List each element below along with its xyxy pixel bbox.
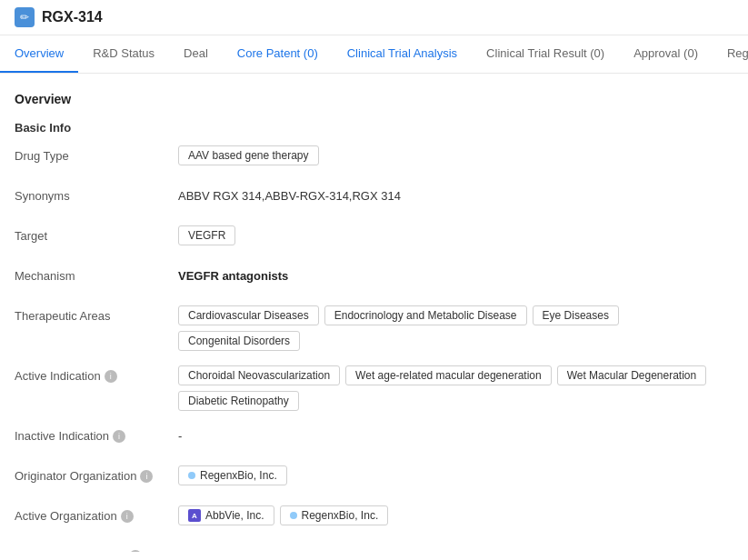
tab-overview[interactable]: Overview	[0, 35, 78, 73]
field-originator-org: Originator Organization i RegenxBio, Inc…	[15, 465, 733, 491]
field-target: Target VEGFR	[15, 225, 733, 251]
value-originator-org: RegenxBio, Inc.	[178, 465, 733, 485]
org-dot-regenxbio-active	[290, 512, 297, 519]
info-inactive-indication[interactable]: i	[113, 430, 125, 443]
tab-clinical-trial-analysis[interactable]: Clinical Trial Analysis	[333, 35, 472, 73]
org-dot-regenxbio	[188, 472, 195, 479]
abbvie-logo: A	[188, 509, 201, 522]
value-inactive-org: -	[178, 545, 733, 552]
inactive-org-dash: -	[178, 545, 182, 552]
label-mechanism: Mechanism	[15, 265, 178, 283]
tag-cardiovascular: Cardiovascular Diseases	[178, 305, 319, 325]
drug-type-tag: AAV based gene therapy	[178, 145, 319, 165]
tab-approval[interactable]: Approval (0)	[619, 35, 713, 73]
page-title: RGX-314	[42, 9, 103, 25]
field-mechanism: Mechanism VEGFR antagonists	[15, 265, 733, 291]
tab-rd-status[interactable]: R&D Status	[78, 35, 169, 73]
target-tag: VEGFR	[178, 225, 235, 245]
drug-icon: ✏	[15, 7, 35, 27]
inactive-indication-dash: -	[178, 425, 182, 443]
mechanism-text: VEGFR antagonists	[178, 265, 288, 283]
label-originator-org: Originator Organization i	[15, 465, 178, 483]
tab-clinical-trial-result[interactable]: Clinical Trial Result (0)	[472, 35, 619, 73]
tag-congenital: Congenital Disorders	[178, 331, 300, 351]
info-active-indication[interactable]: i	[105, 370, 117, 383]
org-abbvie[interactable]: A AbbVie, Inc.	[178, 505, 274, 525]
label-active-indication: Active Indication i	[15, 365, 178, 383]
tag-diabetic-retinopathy: Diabetic Retinopathy	[178, 391, 299, 411]
tab-core-patent[interactable]: Core Patent (0)	[223, 35, 333, 73]
tab-deal[interactable]: Deal	[169, 35, 223, 73]
tab-bar: Overview R&D Status Deal Core Patent (0)…	[0, 35, 748, 74]
label-inactive-indication: Inactive Indication i	[15, 425, 178, 443]
label-synonyms: Synonyms	[15, 185, 178, 203]
label-therapeutic-areas: Therapeutic Areas	[15, 305, 178, 323]
org-regenxbio-active[interactable]: RegenxBio, Inc.	[280, 505, 389, 525]
tag-choroidal: Choroidal Neovascularization	[178, 365, 340, 385]
field-drug-type: Drug Type AAV based gene therapy	[15, 145, 733, 171]
field-active-org: Active Organization i A AbbVie, Inc. Reg…	[15, 505, 733, 531]
field-inactive-org: Inactive Organization i -	[15, 545, 733, 552]
tag-wet-macular: Wet Macular Degeneration	[557, 365, 707, 385]
info-inactive-org[interactable]: i	[129, 550, 142, 553]
value-active-indication: Choroidal Neovascularization Wet age-rel…	[178, 365, 733, 411]
section-title: Overview	[15, 92, 733, 106]
field-inactive-indication: Inactive Indication i -	[15, 425, 733, 451]
subsection-title: Basic Info	[15, 121, 733, 135]
value-inactive-indication: -	[178, 425, 733, 443]
label-drug-type: Drug Type	[15, 145, 178, 163]
label-target: Target	[15, 225, 178, 243]
value-mechanism: VEGFR antagonists	[178, 265, 733, 283]
label-active-org: Active Organization i	[15, 505, 178, 523]
field-active-indication: Active Indication i Choroidal Neovascula…	[15, 365, 733, 411]
field-synonyms: Synonyms ABBV RGX 314,ABBV-RGX-314,RGX 3…	[15, 185, 733, 211]
info-originator-org[interactable]: i	[140, 470, 153, 483]
tab-regulation[interactable]: Regulation (0)	[713, 35, 748, 73]
label-inactive-org: Inactive Organization i	[15, 545, 178, 552]
header: ✏ RGX-314	[0, 0, 748, 35]
value-drug-type: AAV based gene therapy	[178, 145, 733, 165]
info-active-org[interactable]: i	[121, 510, 134, 523]
org-regenxbio-originator[interactable]: RegenxBio, Inc.	[178, 465, 287, 485]
value-target: VEGFR	[178, 225, 733, 245]
value-active-org: A AbbVie, Inc. RegenxBio, Inc.	[178, 505, 733, 525]
tag-wet-age-related: Wet age-related macular degeneration	[345, 365, 552, 385]
synonyms-text: ABBV RGX 314,ABBV-RGX-314,RGX 314	[178, 185, 401, 203]
field-therapeutic-areas: Therapeutic Areas Cardiovascular Disease…	[15, 305, 733, 351]
tag-endocrinology: Endocrinology and Metabolic Disease	[324, 305, 527, 325]
value-therapeutic-areas: Cardiovascular Diseases Endocrinology an…	[178, 305, 733, 351]
content-area: Overview Basic Info Drug Type AAV based …	[0, 74, 748, 552]
value-synonyms: ABBV RGX 314,ABBV-RGX-314,RGX 314	[178, 185, 733, 203]
tag-eye-diseases: Eye Diseases	[533, 305, 619, 325]
